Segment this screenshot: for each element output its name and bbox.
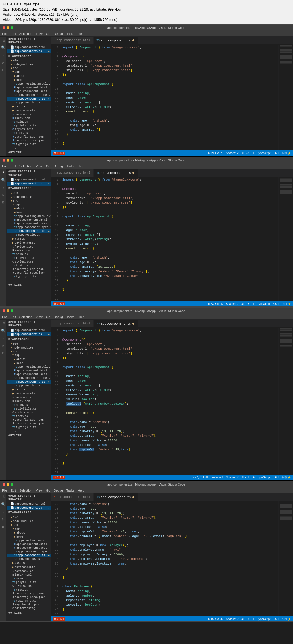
folder-src-1[interactable]: ▼src [7,67,51,70]
menu-view-1[interactable]: View [36,32,43,35]
file-comp-css-2[interactable]: Capp.component.scss [7,222,51,226]
folder-about-4[interactable]: ▶about [7,531,51,535]
folder-about-2[interactable]: ▶about [7,206,51,210]
extensions-icon-2[interactable]: ⊞ [1,200,6,205]
file-styles-1[interactable]: Cstyles.scss [7,128,51,131]
explorer-icon-4[interactable]: ⎘ [1,494,6,500]
git-icon-4[interactable]: ⑂ [1,509,6,514]
file-routing-2[interactable]: TSapp-routing.module.ts [7,214,51,218]
file-comp-ts-2[interactable]: TSapp.component.ts● [7,229,51,233]
menu-go-1[interactable]: Go [46,32,50,35]
menu-edit-2[interactable]: Edit [11,164,16,168]
file-favicon-4[interactable]: ☆favicon.ico [7,569,51,573]
file-typings-4[interactable]: TStypings.d.ts [7,599,51,603]
menu-view-3[interactable]: View [36,315,43,319]
file-tsconfig-4[interactable]: Jtsconfig.app.json [7,592,51,595]
folder-home-3[interactable]: ▶home [7,361,51,365]
close-button-4[interactable] [3,483,5,486]
file-favicon-2[interactable]: ☆favicon.ico [7,245,51,249]
menu-debug-2[interactable]: Debug [54,164,63,168]
menu-edit-3[interactable]: Edit [11,315,16,319]
git-icon-2[interactable]: ⑂ [1,185,6,190]
file-comp-css-1[interactable]: Capp.component.scss [7,90,51,93]
menu-tasks-4[interactable]: Tasks [66,489,74,492]
extensions-icon-3[interactable]: ⊞ [1,351,6,356]
menu-selection-1[interactable]: Selection [19,32,32,35]
file-main-1[interactable]: TSmain.ts [7,120,51,124]
file-editorconfig-4[interactable]: Ceditorconfig [7,607,51,610]
file-index-4[interactable]: Hindex.html [7,573,51,577]
file-routing-1[interactable]: TSapp-routing.module.ts [7,82,51,86]
menu-tasks-2[interactable]: Tasks [66,164,74,168]
file-comp-css-3[interactable]: Capp.component.scss [7,373,51,376]
folder-envs-4[interactable]: ▶environments [7,565,51,569]
open-editor-ts-1[interactable]: 📄 app.component.ts ● [7,49,51,53]
search-icon-2[interactable]: 🔍 [1,178,6,183]
folder-e2e-2[interactable]: ▶e2e [7,191,51,195]
menu-view-2[interactable]: View [36,164,43,168]
file-typings-3[interactable]: TStypings.d.ts [7,426,51,429]
tab-html-2[interactable]: H app.component.html [51,169,94,177]
extensions-icon-1[interactable]: ⊞ [1,67,6,73]
menu-tasks-3[interactable]: Tasks [66,315,74,319]
file-typings-1[interactable]: TStypings.d.ts [7,142,51,146]
file-comp-html-2[interactable]: Happ.component.html [7,218,51,222]
folder-home-2[interactable]: ▶home [7,210,51,214]
file-comp-spec-3[interactable]: TSapp.component.spec.ts [7,376,51,380]
maximize-button-3[interactable] [11,309,13,312]
folder-e2e-3[interactable]: ▶e2e [7,342,51,346]
file-test-4[interactable]: TStest.ts [7,588,51,592]
tab-ts-2[interactable]: TS app.component.ts ● [94,169,138,177]
maximize-button-4[interactable] [11,483,13,486]
menu-debug-1[interactable]: Debug [54,32,63,35]
debug-icon-3[interactable]: ▷ [1,343,6,348]
folder-e2e-1[interactable]: ▶e2e [7,59,51,63]
open-editor-html-2[interactable]: 📄app.component.html [7,178,51,182]
file-styles-3[interactable]: Cstyles.scss [7,411,51,414]
file-comp-css-4[interactable]: Capp.component.scss [7,546,51,550]
minimize-button-2[interactable] [7,159,9,162]
extensions-icon-4[interactable]: ⊞ [1,524,6,529]
tab-html-1[interactable]: H app.component.html [51,37,94,44]
open-editor-ts-4[interactable]: 📄app.component.ts ● [7,506,51,510]
search-icon-1[interactable]: 🔍 [1,45,6,50]
file-tsconfig-2[interactable]: Jtsconfig.app.json [7,267,51,271]
file-styles-2[interactable]: Cstyles.scss [7,260,51,264]
tab-ts-3[interactable]: TS app.component.ts ● [94,320,138,327]
menu-go-4[interactable]: Go [46,489,50,492]
file-comp-ts-1[interactable]: TSapp.component.ts● [7,97,51,101]
file-main-2[interactable]: TSmain.ts [7,253,51,256]
menu-debug-3[interactable]: Debug [54,315,63,319]
file-favicon-1[interactable]: ☆favicon.ico [7,112,51,116]
menu-selection-2[interactable]: Selection [19,164,32,168]
close-button-2[interactable] [3,159,5,162]
maximize-button-2[interactable] [11,159,13,162]
folder-envs-3[interactable]: ▶environments [7,391,51,395]
file-more-1[interactable]: +... [7,146,51,150]
window-controls-4[interactable] [3,483,13,486]
open-editor-ts-3[interactable]: 📄app.component.ts ● [7,332,51,336]
menu-edit-4[interactable]: Edit [11,489,16,492]
folder-assets-4[interactable]: ▶assets [7,561,51,565]
folder-home-4[interactable]: ▶home [7,535,51,539]
folder-e2e-4[interactable]: ▶e2e [7,515,51,519]
folder-home-1[interactable]: ▶home [7,78,51,82]
menu-tasks-1[interactable]: Tasks [66,32,74,35]
file-polyfills-3[interactable]: TSpolyfills.ts [7,407,51,411]
file-index-3[interactable]: Hindex.html [7,399,51,403]
file-test-3[interactable]: TStest.ts [7,414,51,418]
file-tsconfig-spec-1[interactable]: Jtsconfig.spec.json [7,139,51,142]
file-favicon-3[interactable]: ☆favicon.ico [7,395,51,399]
debug-icon-4[interactable]: ▷ [1,517,6,522]
file-tsconfig-spec-3[interactable]: Jtsconfig.spec.json [7,422,51,426]
git-icon-3[interactable]: ⑂ [1,336,6,341]
file-angular-json-4[interactable]: Jangular-dl.json [7,603,51,607]
window-controls-1[interactable] [3,26,13,29]
menu-go-3[interactable]: Go [46,315,50,319]
file-comp-ts-4[interactable]: TSapp.component.ts● [7,554,51,557]
minimize-button-4[interactable] [7,483,9,486]
file-module-3[interactable]: TSapp.module.ts [7,384,51,387]
minimize-button-1[interactable] [7,26,9,29]
file-comp-html-4[interactable]: Happ.component.html [7,542,51,546]
menu-help-2[interactable]: Help [78,164,84,168]
